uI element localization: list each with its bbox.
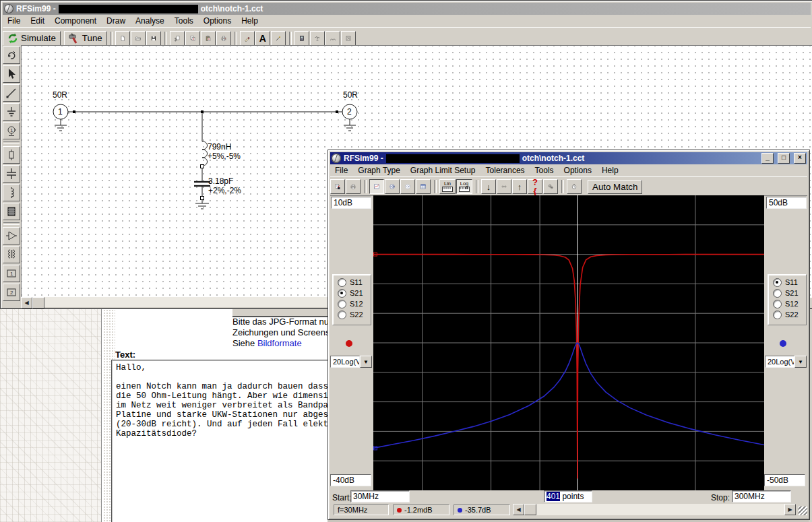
menu-analyse[interactable]: Analyse: [131, 15, 170, 27]
print-button[interactable]: [216, 31, 231, 46]
transformer-tool-button[interactable]: [3, 246, 20, 263]
open-file-button[interactable]: [131, 31, 146, 46]
schematic-titlebar[interactable]: RFSim99 - otch\notch-1.cct: [3, 3, 811, 15]
radio-s22[interactable]: S22: [338, 309, 371, 320]
polar-chart-button[interactable]: [400, 179, 415, 194]
menu-tools[interactable]: Tools: [530, 164, 559, 176]
scale-down-button[interactable]: ↓: [481, 179, 496, 194]
sparameter-tool-button[interactable]: [341, 31, 356, 46]
left-format-combo[interactable]: 20Log(V) ▼: [330, 356, 372, 368]
menu-edit[interactable]: Edit: [26, 15, 50, 27]
points-input[interactable]: 401 points: [544, 490, 592, 502]
menu-help[interactable]: Help: [237, 15, 263, 27]
ground-tool-button[interactable]: [3, 103, 20, 121]
cut-button[interactable]: [170, 31, 185, 46]
settings-button[interactable]: [543, 179, 558, 194]
attenuator-tool-button[interactable]: [310, 31, 325, 46]
erase-button[interactable]: [240, 31, 255, 46]
menu-file[interactable]: File: [3, 15, 26, 27]
tune-button[interactable]: Tune: [64, 31, 107, 46]
calculator-button[interactable]: [294, 31, 309, 46]
radio-s11[interactable]: S11: [338, 277, 371, 288]
smith-chart-button[interactable]: [385, 179, 400, 194]
stop-frequency-input[interactable]: 300MHz: [732, 490, 791, 502]
save-button[interactable]: [146, 31, 161, 46]
maximize-button[interactable]: □: [778, 153, 790, 164]
right-bottom-scale[interactable]: -50dB: [764, 474, 805, 486]
export-button[interactable]: [330, 179, 345, 194]
redacted-title-area: [386, 154, 520, 163]
amplifier-tool-button[interactable]: [3, 227, 20, 244]
print-button[interactable]: [346, 179, 361, 194]
menu-graph-type[interactable]: Graph Type: [353, 164, 405, 176]
linear-scale-button[interactable]: Lin: [439, 179, 456, 194]
close-button[interactable]: ×: [794, 153, 806, 164]
simulate-label: Simulate: [21, 33, 56, 43]
radio-dot: [773, 289, 782, 298]
marker-scrollbar[interactable]: ◀ ▶: [513, 504, 796, 515]
auto-match-button[interactable]: Auto Match: [588, 180, 642, 194]
radio-s21[interactable]: S21: [338, 288, 371, 298]
scroll-right-arrow[interactable]: ▶: [784, 504, 796, 515]
minimize-button[interactable]: _: [761, 153, 774, 164]
simulate-button[interactable]: Simulate: [3, 31, 61, 46]
sweep-timer-button[interactable]: [567, 179, 582, 194]
menu-draw[interactable]: Draw: [102, 15, 131, 27]
scroll-left-arrow[interactable]: ◀: [21, 297, 32, 308]
left-bottom-scale[interactable]: -40dB: [330, 474, 371, 486]
menu-help[interactable]: Help: [597, 164, 624, 176]
right-top-scale[interactable]: 50dB: [766, 197, 807, 209]
graph-titlebar[interactable]: RFSim99 - otch\notch-1.cct _ □ ×: [330, 152, 807, 164]
window-title-app: RFSim99 -: [16, 4, 56, 13]
start-frequency-input[interactable]: 30MHz: [350, 490, 410, 502]
resistor-tool-button[interactable]: [3, 146, 20, 164]
menu-tools[interactable]: Tools: [170, 15, 199, 27]
select-tool-button[interactable]: [3, 65, 20, 83]
radio-s21[interactable]: S21: [773, 288, 806, 298]
query-values-button[interactable]: ?{: [528, 179, 542, 194]
chevron-down-icon[interactable]: ▼: [794, 356, 807, 368]
menu-component[interactable]: Component: [50, 15, 102, 27]
scroll-left-arrow[interactable]: ◀: [513, 504, 524, 515]
port-tool-button[interactable]: 1: [3, 122, 20, 139]
inductor-tool-button[interactable]: [3, 184, 20, 201]
wire-tool-button[interactable]: [3, 84, 20, 102]
draw-line-button[interactable]: [271, 31, 286, 46]
scroll-thumb[interactable]: [524, 504, 536, 515]
eraser-brush-icon: [245, 33, 250, 44]
rotate-tool-button[interactable]: [3, 46, 20, 64]
table-icon: [420, 181, 426, 192]
sparameter-plot[interactable]: [373, 195, 764, 490]
capacitor-tool-button[interactable]: [3, 165, 20, 183]
text-tool-button[interactable]: A: [255, 31, 270, 46]
menu-file[interactable]: File: [330, 164, 353, 176]
chevron-down-icon[interactable]: ▼: [360, 356, 372, 368]
menu-options[interactable]: Options: [559, 164, 597, 176]
twoport-tool-button[interactable]: 2: [3, 284, 20, 301]
resize-grip[interactable]: [799, 507, 807, 515]
auto-fit-button[interactable]: [497, 179, 511, 194]
menu-tolerances[interactable]: Tolerances: [481, 164, 530, 176]
oneport-tool-button[interactable]: 1: [3, 265, 20, 282]
linear-ruler-icon: [442, 187, 453, 192]
table-view-button[interactable]: [416, 179, 431, 194]
copy-button[interactable]: [185, 31, 200, 46]
menu-graph-limit-setup[interactable]: Graph Limit Setup: [406, 164, 481, 176]
right-format-combo[interactable]: 20Log(V) ▼: [765, 356, 807, 368]
coupler-tool-button[interactable]: [325, 31, 340, 46]
paste-button[interactable]: [201, 31, 216, 46]
radio-s12[interactable]: S12: [773, 298, 806, 309]
rectangular-plot-button[interactable]: [369, 179, 384, 194]
new-file-button[interactable]: [115, 31, 130, 46]
bildformate-link[interactable]: Bildformate: [257, 338, 302, 348]
block-tool-button[interactable]: [3, 203, 20, 220]
port2-impedance-label: 50R: [343, 90, 358, 100]
scroll-thumb[interactable]: [32, 297, 44, 308]
radio-s22[interactable]: S22: [773, 309, 806, 320]
left-top-scale[interactable]: 10dB: [331, 197, 371, 209]
radio-s12[interactable]: S12: [338, 298, 371, 309]
radio-s11[interactable]: S11: [773, 277, 806, 288]
scale-up-button[interactable]: ↑: [512, 179, 527, 194]
menu-options[interactable]: Options: [199, 15, 237, 27]
log-scale-button[interactable]: Log: [456, 179, 472, 194]
